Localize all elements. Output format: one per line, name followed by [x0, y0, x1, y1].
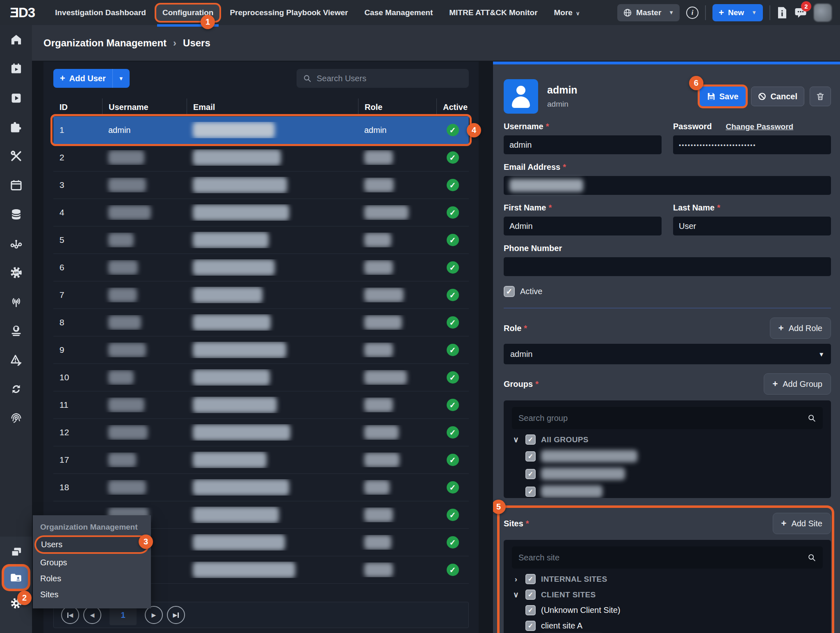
- sidebar-item-sync[interactable]: [0, 375, 32, 404]
- nav-item-preprocessing-playbook-viewer[interactable]: Preprocessing Playbook Viewer: [224, 5, 354, 21]
- username-field[interactable]: admin: [504, 135, 662, 154]
- flyout-item-roles[interactable]: Roles: [33, 571, 151, 587]
- search-group-input[interactable]: Search group: [512, 407, 823, 429]
- group-tree-item[interactable]: ✓: [525, 450, 823, 462]
- table-row[interactable]: 2✓: [53, 144, 469, 171]
- column-header-email[interactable]: Email: [187, 98, 358, 116]
- redacted-role: [364, 425, 399, 440]
- add-group-button[interactable]: +Add Group: [764, 373, 831, 395]
- redacted-email: [193, 259, 275, 276]
- groups-root-node[interactable]: ∨ ✓ All GROUPS: [512, 434, 823, 445]
- sidebar-item-investigation-dashboard[interactable]: [0, 54, 32, 83]
- table-row[interactable]: 6✓: [53, 254, 469, 281]
- user-avatar[interactable]: [814, 4, 832, 22]
- site-checkbox[interactable]: ✓: [525, 574, 536, 584]
- save-floppy-icon: [707, 92, 715, 101]
- group-checkbox[interactable]: ✓: [525, 434, 536, 445]
- sidebar-item-utilities[interactable]: [0, 142, 32, 171]
- redacted-email: [193, 314, 271, 331]
- add-site-button[interactable]: +Add Site: [773, 513, 831, 534]
- add-role-button[interactable]: +Add Role: [770, 318, 831, 339]
- flyout-item-sites[interactable]: Sites: [33, 587, 151, 603]
- site-leaf-node[interactable]: ✓(Unknown Client Site): [525, 605, 823, 615]
- role-select[interactable]: admin ▼: [504, 344, 831, 364]
- sidebar-item-incident-edit[interactable]: [0, 345, 32, 375]
- table-row[interactable]: 4✓: [53, 199, 469, 226]
- sidebar-item-windows[interactable]: [10, 546, 23, 558]
- table-row[interactable]: 9✓: [53, 336, 469, 364]
- pagination-prev-button[interactable]: ◀: [83, 606, 101, 624]
- site-leaf-node[interactable]: ✓client site A: [525, 621, 823, 631]
- cancel-button[interactable]: Cancel: [751, 87, 804, 106]
- save-button[interactable]: Save 6: [700, 87, 746, 106]
- chevron-right-icon[interactable]: ›: [512, 575, 520, 584]
- table-row[interactable]: 10✓: [53, 364, 469, 391]
- search-users-input[interactable]: Search Users: [297, 69, 469, 88]
- table-row[interactable]: 8✓: [53, 309, 469, 336]
- table-row[interactable]: 18✓: [53, 474, 469, 501]
- nav-item-investigation-dashboard[interactable]: Investigation Dashboard: [49, 5, 152, 21]
- column-header-id[interactable]: ID: [53, 98, 102, 116]
- sidebar-item-home[interactable]: [0, 25, 32, 54]
- document-button[interactable]: [777, 7, 788, 19]
- first-name-field[interactable]: Admin: [504, 217, 662, 235]
- column-header-username[interactable]: Username: [102, 98, 187, 116]
- sidebar-item-api[interactable]: API: [0, 258, 32, 287]
- nav-item-more[interactable]: More∨: [548, 5, 586, 21]
- last-name-field[interactable]: User: [673, 217, 831, 235]
- delete-button[interactable]: [810, 87, 831, 106]
- sidebar-item-playbook[interactable]: [0, 83, 32, 112]
- sidebar-item-web[interactable]: [0, 316, 32, 345]
- group-tree-item[interactable]: ✓: [525, 468, 823, 480]
- info-icon[interactable]: i: [686, 7, 698, 19]
- pagination-last-button[interactable]: ▶: [167, 606, 185, 624]
- plus-icon: +: [781, 519, 787, 528]
- flyout-item-groups[interactable]: Groups: [33, 555, 151, 571]
- table-row[interactable]: 11✓: [53, 391, 469, 419]
- phone-field[interactable]: [504, 257, 831, 276]
- table-row[interactable]: 3✓: [53, 171, 469, 199]
- group-checkbox[interactable]: ✓: [525, 469, 536, 479]
- site-checkbox[interactable]: ✓: [525, 590, 536, 600]
- site-group-node[interactable]: ›✓INTERNAL SITES: [512, 574, 823, 584]
- pagination-next-button[interactable]: ▶: [145, 606, 163, 624]
- site-group-node[interactable]: ∨✓CLIENT SITES: [512, 590, 823, 600]
- sidebar-item-data[interactable]: [0, 200, 32, 229]
- table-row[interactable]: 7✓: [53, 281, 469, 309]
- table-row[interactable]: 5✓: [53, 226, 469, 254]
- site-checkbox[interactable]: ✓: [525, 605, 536, 615]
- email-field[interactable]: [504, 176, 831, 195]
- utilities-tools-icon: [10, 150, 23, 162]
- active-checkbox[interactable]: ✓: [504, 286, 515, 297]
- password-field[interactable]: ••••••••••••••••••••••••••: [673, 135, 831, 154]
- add-user-button[interactable]: +Add User ▼: [53, 69, 130, 88]
- pagination-first-button[interactable]: ◀: [61, 606, 79, 624]
- workspace-selector[interactable]: Master ▼: [617, 4, 680, 21]
- column-header-role[interactable]: Role: [358, 98, 436, 116]
- site-checkbox[interactable]: ✓: [525, 621, 536, 631]
- table-row[interactable]: 1adminadmin✓: [53, 117, 469, 144]
- group-tree-item[interactable]: ✓: [525, 485, 823, 498]
- nav-item-mitre-att-ck-monitor[interactable]: MITRE ATT&CK Monitor: [443, 5, 543, 21]
- breadcrumb-section[interactable]: Organization Management: [43, 37, 167, 49]
- sidebar-item-integrations[interactable]: [0, 112, 32, 142]
- new-button[interactable]: + New ▼: [712, 4, 763, 21]
- sidebar-item-link-analysis[interactable]: [0, 229, 32, 258]
- table-row[interactable]: 17✓: [53, 446, 469, 474]
- sidebar-item-fingerprint[interactable]: [0, 404, 32, 433]
- notifications-button[interactable]: 2: [794, 7, 807, 19]
- group-checkbox[interactable]: ✓: [525, 451, 536, 462]
- sidebar-item-events[interactable]: [0, 171, 32, 200]
- change-password-link[interactable]: Change Password: [726, 122, 793, 131]
- column-header-active[interactable]: Active: [436, 98, 469, 116]
- table-row[interactable]: 12✓: [53, 419, 469, 446]
- group-checkbox[interactable]: ✓: [525, 487, 536, 497]
- flyout-item-users[interactable]: Users: [36, 537, 148, 552]
- search-site-input[interactable]: Search site: [512, 546, 823, 569]
- add-user-dropdown[interactable]: ▼: [112, 69, 130, 88]
- chevron-down-icon[interactable]: ∨: [512, 590, 520, 599]
- sidebar-item-org-management[interactable]: [4, 567, 28, 589]
- nav-item-case-management[interactable]: Case Management: [358, 5, 439, 21]
- sidebar-item-broadcast[interactable]: [0, 287, 32, 316]
- active-status-icon: ✓: [447, 344, 459, 356]
